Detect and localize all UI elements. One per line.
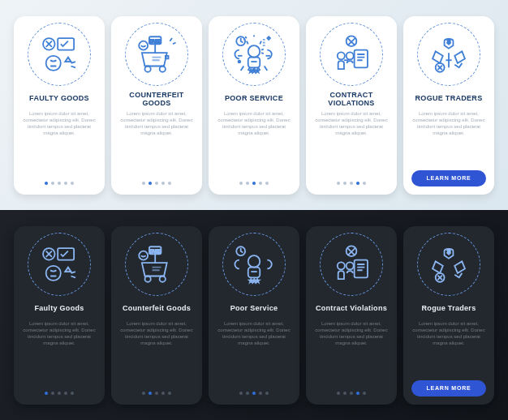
dot [343,182,347,185]
card-title: Faulty Goods [31,301,87,317]
svg-point-15 [338,52,345,59]
onboarding-card: $ ROGUE TRADERS Lorem ipsum dolor sit am… [403,16,494,195]
poor-service-icon: ★★★ [222,23,286,86]
svg-rect-32 [355,259,368,277]
svg-text:$: $ [447,248,450,255]
svg-point-11 [239,60,241,62]
card-title: CONTRACT VIOLATIONS [311,91,392,108]
rogue-traders-icon: $ [417,23,480,86]
dot [265,182,269,185]
onboarding-card: ★★★ POOR SERVICE Lorem ipsum dolor sit a… [209,16,299,195]
dot [64,392,67,395]
card-title: POOR SERVICE [222,91,286,107]
dot [363,392,366,395]
dot [51,182,54,185]
dot [356,392,359,395]
card-title: ROGUE TRADERS [412,91,486,107]
dot [161,182,165,185]
learn-more-button[interactable]: LEARN MORE [411,170,486,186]
onboarding-row-light: FAULTY GOODS Lorem ipsum dolor sit amet,… [0,0,508,210]
svg-point-21 [46,265,61,280]
svg-point-6 [160,66,166,71]
onboarding-card: FAULTY GOODS Lorem ipsum dolor sit amet,… [14,16,105,195]
dot [155,182,158,185]
dot [259,182,262,185]
card-title: Counterfeit Goods [119,301,194,317]
svg-point-34 [347,262,354,269]
card-body: Lorem ipsum dolor sit amet, consectetur … [213,110,295,146]
dot [350,392,353,395]
dot [58,182,61,185]
dot [142,182,145,185]
svg-point-33 [338,262,345,269]
dot [149,392,152,395]
svg-point-2 [46,55,61,70]
dot [246,392,249,395]
page-indicator [45,387,74,400]
dot [71,392,74,395]
dot [142,392,145,395]
card-body: Lorem ipsum dolor sit amet, consectetur … [311,320,392,356]
onboarding-card: FAKE COUNTERFEIT GOODS Lorem ipsum dolor… [111,16,202,195]
svg-text:★★★: ★★★ [249,68,260,72]
svg-rect-14 [355,49,368,67]
dot [350,182,353,185]
svg-point-24 [145,276,151,281]
page-indicator [337,387,366,400]
page-indicator [142,177,171,190]
onboarding-row-dark: Faulty Goods Lorem ipsum dolor sit amet,… [0,210,508,420]
card-body: Lorem ipsum dolor sit amet, consectetur … [311,110,392,146]
page-indicator [142,387,171,400]
dot [239,182,243,185]
svg-point-8 [248,45,260,58]
card-title: FAULTY GOODS [26,91,93,107]
contract-violations-icon [320,23,383,86]
contract-violations-icon [320,233,383,296]
dot [363,182,366,185]
dot [252,182,256,185]
card-title: Poor Service [227,301,282,317]
onboarding-card: CONTRACT VIOLATIONS Lorem ipsum dolor si… [306,16,397,195]
onboarding-card: $ Rogue Traders Lorem ipsum dolor sit am… [403,226,494,405]
dot [71,182,74,185]
dot [168,392,171,395]
page-indicator [239,177,269,190]
faulty-goods-icon [28,233,91,296]
faulty-goods-icon [28,23,91,86]
dot [64,182,67,185]
svg-point-27 [248,255,260,268]
dot [149,182,152,185]
learn-more-button[interactable]: LEARN MORE [411,380,486,396]
dot [337,182,340,185]
onboarding-card: FAKE Counterfeit Goods Lorem ipsum dolor… [111,226,202,405]
card-body: Lorem ipsum dolor sit amet, consectetur … [116,110,197,146]
card-title: COUNTERFEIT GOODS [116,91,197,108]
svg-text:★★★: ★★★ [249,278,260,282]
svg-text:FAKE: FAKE [149,38,161,43]
svg-point-25 [160,276,166,281]
card-body: Lorem ipsum dolor sit amet, consectetur … [116,320,197,356]
dot [51,392,54,395]
svg-point-26 [139,251,148,259]
onboarding-card: Contract Violations Lorem ipsum dolor si… [306,226,397,405]
dot [265,392,269,395]
svg-text:FAKE: FAKE [149,248,161,253]
card-title: Rogue Traders [419,301,480,317]
rogue-traders-icon: $ [417,233,480,296]
svg-point-16 [347,52,354,59]
dot [337,392,340,395]
page-indicator [337,177,366,190]
svg-point-5 [145,66,151,71]
dot [356,182,359,185]
card-body: Lorem ipsum dolor sit amet, consectetur … [408,110,489,146]
card-body: Lorem ipsum dolor sit amet, consectetur … [213,320,295,356]
dot [58,392,61,395]
counterfeit-goods-icon: FAKE [125,233,188,296]
dot [239,392,243,395]
card-body: Lorem ipsum dolor sit amet, consectetur … [19,110,100,146]
dot [343,392,347,395]
dot [259,392,262,395]
counterfeit-goods-icon: FAKE [125,23,188,86]
page-indicator [239,387,269,400]
svg-point-7 [139,41,148,49]
